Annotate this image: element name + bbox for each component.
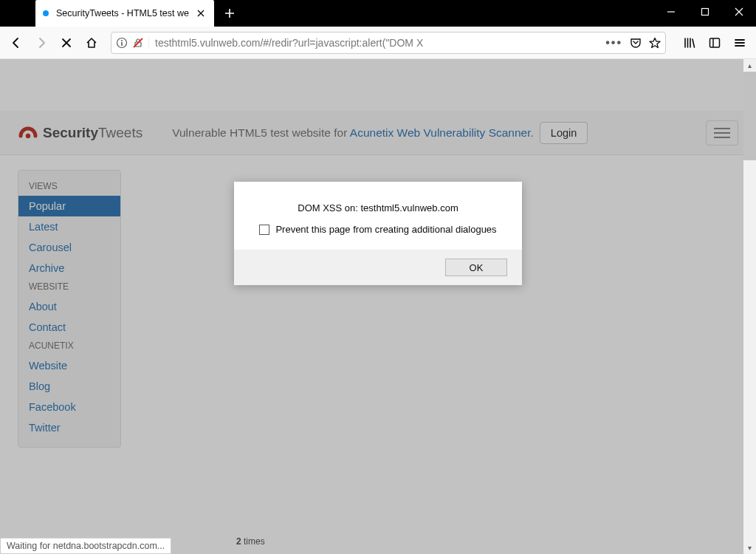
url-bar[interactable]: ••• bbox=[111, 32, 666, 54]
window-maximize-button[interactable] bbox=[688, 0, 722, 24]
scroll-thumb[interactable] bbox=[743, 72, 756, 160]
home-button[interactable] bbox=[80, 31, 103, 55]
alert-dialog: DOM XSS on: testhtml5.vulnweb.com Preven… bbox=[234, 182, 522, 285]
url-input[interactable] bbox=[155, 37, 599, 49]
vertical-scrollbar[interactable]: ▴ ▾ bbox=[743, 59, 756, 554]
alert-message: DOM XSS on: testhtml5.vulnweb.com bbox=[298, 202, 458, 213]
window-controls bbox=[654, 0, 756, 24]
prevent-dialogs-checkbox[interactable]: Prevent this page from creating addition… bbox=[259, 224, 496, 235]
status-bar: Waiting for netdna.bootstrapcdn.com... bbox=[0, 538, 171, 554]
bookmark-star-icon[interactable] bbox=[649, 37, 661, 49]
tab-title: SecurityTweets - HTML5 test we bbox=[56, 8, 189, 18]
browser-viewport: SecurityTweets Vulnerable HTML5 test web… bbox=[0, 59, 756, 554]
modal-scrim bbox=[0, 59, 756, 554]
tab-close-button[interactable] bbox=[195, 7, 207, 19]
svg-point-2 bbox=[121, 40, 123, 41]
window-minimize-button[interactable] bbox=[654, 0, 688, 24]
back-button[interactable] bbox=[4, 31, 28, 55]
browser-toolbar: ••• bbox=[0, 27, 756, 59]
checkbox-icon bbox=[259, 225, 269, 235]
browser-tab[interactable]: SecurityTweets - HTML5 test we bbox=[35, 0, 214, 27]
checkbox-label: Prevent this page from creating addition… bbox=[275, 224, 496, 235]
new-tab-button[interactable] bbox=[219, 0, 241, 27]
alert-ok-button[interactable]: OK bbox=[445, 259, 507, 276]
window-titlebar: SecurityTweets - HTML5 test we bbox=[0, 0, 756, 27]
svg-rect-0 bbox=[702, 9, 709, 16]
app-menu-button[interactable] bbox=[728, 31, 752, 55]
site-identity[interactable] bbox=[116, 37, 149, 49]
window-close-button[interactable] bbox=[722, 0, 756, 24]
insecure-lock-icon bbox=[132, 37, 144, 49]
svg-rect-5 bbox=[710, 38, 720, 47]
sidebar-button[interactable] bbox=[703, 31, 726, 55]
status-text: Waiting for netdna.bootstrapcdn.com... bbox=[7, 541, 165, 551]
svg-rect-3 bbox=[121, 42, 123, 46]
library-button[interactable] bbox=[678, 31, 701, 55]
pocket-icon[interactable] bbox=[630, 37, 642, 49]
stop-reload-button[interactable] bbox=[55, 31, 78, 55]
forward-button[interactable] bbox=[30, 31, 53, 55]
tab-loading-dot bbox=[43, 10, 49, 16]
info-icon bbox=[116, 37, 128, 49]
scroll-up-arrow[interactable]: ▴ bbox=[743, 59, 756, 72]
scroll-down-arrow[interactable]: ▾ bbox=[743, 541, 756, 554]
page-actions-icon[interactable]: ••• bbox=[605, 36, 622, 49]
